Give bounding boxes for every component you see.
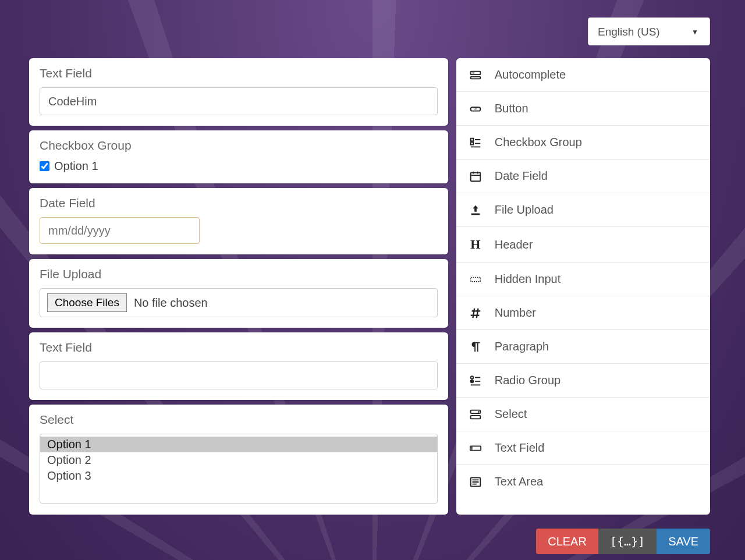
palette-hidden-input[interactable]: Hidden Input (456, 263, 710, 296)
field-label: Text Field (40, 66, 438, 80)
date-input[interactable] (40, 217, 200, 244)
palette-radio-group[interactable]: Radio Group (456, 364, 710, 398)
field-palette: Autocomplete OK Button Checkbox Group Da… (456, 58, 710, 515)
language-select[interactable]: English (US) (588, 17, 710, 45)
svg-rect-1 (471, 76, 481, 79)
palette-label: Select (495, 407, 527, 421)
svg-point-23 (471, 381, 473, 382)
radio-group-icon (468, 374, 483, 387)
text-input[interactable] (40, 87, 438, 115)
checkbox-group-icon (468, 136, 483, 149)
palette-label: File Upload (495, 203, 554, 217)
palette-label: Hidden Input (495, 272, 560, 286)
clear-button[interactable]: CLEAR (536, 529, 598, 554)
svg-point-20 (471, 376, 474, 379)
palette-label: Number (495, 306, 536, 320)
palette-label: Text Area (495, 475, 543, 488)
autocomplete-icon (468, 69, 483, 81)
field-label: Date Field (40, 196, 438, 210)
palette-text-field[interactable]: Text Field (456, 431, 710, 465)
palette-label: Date Field (495, 169, 548, 183)
field-text-2[interactable]: Text Field (29, 332, 448, 400)
upload-icon (468, 204, 483, 217)
palette-select[interactable]: Select (456, 398, 710, 431)
text-field-icon (468, 442, 483, 455)
json-button[interactable]: [{…}] (598, 529, 657, 554)
palette-date-field[interactable]: Date Field (456, 160, 710, 193)
svg-rect-15 (471, 277, 481, 281)
file-input-wrap: Choose Files No file chosen (40, 288, 438, 317)
svg-rect-5 (471, 138, 474, 141)
svg-line-18 (473, 308, 474, 318)
palette-paragraph[interactable]: Paragraph (456, 330, 710, 364)
checkbox-input[interactable] (40, 161, 49, 171)
hash-icon (468, 307, 483, 320)
svg-rect-10 (471, 172, 481, 181)
palette-label: Autocomplete (495, 68, 566, 81)
svg-rect-14 (471, 213, 480, 215)
text-input[interactable] (40, 361, 438, 389)
select-multi[interactable]: Option 1 Option 2 Option 3 (40, 434, 438, 504)
select-icon (468, 408, 483, 421)
save-button[interactable]: SAVE (657, 529, 710, 554)
field-label: Text Field (40, 341, 438, 355)
field-text-1[interactable]: Text Field (29, 58, 448, 126)
palette-checkbox-group[interactable]: Checkbox Group (456, 126, 710, 160)
field-select[interactable]: Select Option 1 Option 2 Option 3 (29, 405, 448, 515)
palette-label: Checkbox Group (495, 136, 582, 149)
form-canvas: Text Field Checkbox Group Option 1 Date … (29, 58, 448, 515)
form-builder: Text Field Checkbox Group Option 1 Date … (29, 58, 710, 515)
checkbox-row: Option 1 (40, 160, 438, 173)
palette-autocomplete[interactable]: Autocomplete (456, 58, 710, 92)
field-date[interactable]: Date Field (29, 188, 448, 254)
svg-rect-7 (471, 142, 474, 145)
option: Option 3 (40, 468, 437, 484)
palette-label: Paragraph (495, 340, 549, 353)
calendar-icon (468, 170, 483, 183)
palette-header[interactable]: H Header (456, 227, 710, 263)
palette-label: Text Field (495, 441, 545, 455)
option: Option 2 (40, 452, 437, 468)
option: Option 1 (40, 437, 437, 452)
text-area-icon (468, 476, 483, 488)
header-icon: H (468, 237, 483, 252)
file-status-text: No file chosen (134, 296, 208, 310)
field-checkbox-group[interactable]: Checkbox Group Option 1 (29, 130, 448, 183)
action-bar: CLEAR [{…}] SAVE (536, 529, 710, 554)
checkbox-label: Option 1 (54, 160, 98, 173)
button-icon: OK (468, 102, 483, 115)
palette-text-area[interactable]: Text Area (456, 465, 710, 498)
palette-file-upload[interactable]: File Upload (456, 193, 710, 227)
field-label: Checkbox Group (40, 139, 438, 153)
palette-label: Radio Group (495, 374, 560, 387)
palette-label: Button (495, 102, 528, 115)
palette-button[interactable]: OK Button (456, 92, 710, 126)
hidden-input-icon (468, 273, 483, 286)
palette-label: Header (495, 238, 533, 251)
svg-rect-27 (471, 415, 481, 419)
field-file-upload[interactable]: File Upload Choose Files No file chosen (29, 259, 448, 328)
palette-number[interactable]: Number (456, 296, 710, 330)
svg-rect-0 (471, 71, 481, 75)
paragraph-icon (468, 341, 483, 353)
field-label: File Upload (40, 267, 438, 281)
choose-files-button[interactable]: Choose Files (47, 293, 127, 312)
svg-text:OK: OK (473, 108, 477, 111)
field-label: Select (40, 413, 438, 427)
svg-line-19 (477, 308, 478, 318)
